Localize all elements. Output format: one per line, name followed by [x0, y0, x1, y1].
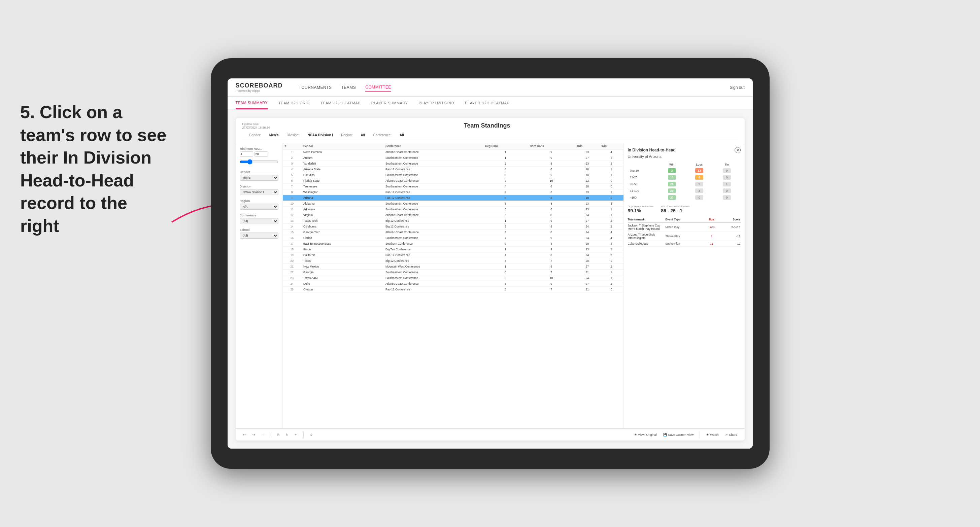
cell-school: East Tennessee State [301, 241, 383, 247]
cell-school: Georgia [301, 270, 383, 275]
table-row[interactable]: 9 Arizona Pac-12 Conference 5 8 10 0 [283, 195, 624, 201]
h2h-loss: 2 [686, 181, 713, 187]
h2h-loss: 13 [686, 167, 713, 174]
table-row[interactable]: 22 Georgia Southeastern Conference 8 7 2… [283, 270, 624, 275]
h2h-school: University of Arizona [628, 154, 741, 159]
h2h-loss: 3 [686, 187, 713, 194]
cell-rds: 23 [575, 206, 599, 212]
view-original-button[interactable]: 👁 View: Original [632, 432, 659, 437]
h2h-loss: 0 [686, 194, 713, 201]
cell-conf-rank: 9 [528, 218, 575, 224]
copy-button[interactable]: ⎘ [275, 432, 281, 437]
h2h-close-button[interactable]: ✕ [735, 147, 741, 153]
conference-label: Conference [240, 214, 278, 217]
redo-button[interactable]: ↪ [250, 432, 257, 437]
undo-button[interactable]: ↩ [241, 432, 248, 437]
cell-school: Georgia Tech [301, 230, 383, 235]
subnav-team-summary[interactable]: TEAM SUMMARY [235, 97, 268, 110]
cell-conf-rank: 6 [528, 172, 575, 178]
table-row[interactable]: 5 Ole Miss Southeastern Conference 3 6 1… [283, 172, 624, 178]
conference-select[interactable]: (All) ACC SEC [240, 218, 278, 224]
card-title: Team Standings [464, 122, 511, 129]
table-row[interactable]: 2 Auburn Southeastern Conference 1 9 27 … [283, 155, 624, 161]
table-row[interactable]: 21 New Mexico Mountain West Conference 1… [283, 264, 624, 270]
cell-conference: Big Ten Conference [383, 247, 483, 252]
cell-conference: Southern Conference [383, 241, 483, 247]
paste-button[interactable]: ⎗ [284, 432, 290, 437]
cell-school: Ole Miss [301, 172, 383, 178]
cell-school: Duke [301, 281, 383, 287]
table-row[interactable]: 1 North Carolina Atlantic Coast Conferen… [283, 149, 624, 155]
school-select[interactable]: (All) [240, 233, 278, 239]
gender-select[interactable]: Men's Women's [240, 175, 278, 181]
table-row[interactable]: 18 Illinois Big Ten Conference 1 9 23 3 [283, 247, 624, 252]
cell-win: 0 [599, 184, 623, 189]
table-row[interactable]: 12 Virginia Atlantic Coast Conference 3 … [283, 212, 624, 218]
subnav-player-summary[interactable]: PLAYER SUMMARY [371, 97, 408, 110]
table-row[interactable]: 8 Washington Pac-12 Conference 2 8 23 1 [283, 189, 624, 195]
cell-school: Tennessee [301, 184, 383, 189]
watch-button[interactable]: 👁 Watch [704, 432, 721, 437]
division-select[interactable]: NCAA Division I NCAA Division II NCAA Di… [240, 189, 278, 195]
cell-school: Texas Tech [301, 218, 383, 224]
col-conference: Conference [383, 143, 483, 149]
min-rounds-max-input[interactable] [255, 151, 268, 157]
table-row[interactable]: 6 Florida State Atlantic Coast Conferenc… [283, 178, 624, 184]
cell-conference: Pac-12 Conference [383, 195, 483, 201]
sub-nav: TEAM SUMMARY TEAM H2H GRID TEAM H2H HEAT… [228, 97, 753, 110]
table-row[interactable]: 16 Florida Southeastern Conference 7 9 2… [283, 235, 624, 241]
table-row[interactable]: 15 Georgia Tech Atlantic Coast Conferenc… [283, 230, 624, 235]
add-button[interactable]: ＋ [292, 432, 299, 438]
table-row[interactable]: 23 Texas A&M Southeastern Conference 9 1… [283, 275, 624, 281]
cell-win: 2 [599, 218, 623, 224]
cell-rank: 25 [283, 287, 301, 292]
share-button[interactable]: ↗ Share [723, 432, 739, 437]
clock-button[interactable]: ⏱ [308, 432, 315, 437]
cell-school: Alabama [301, 201, 383, 206]
table-row[interactable]: 4 Arizona State Pac-12 Conference 4 6 26… [283, 167, 624, 172]
cell-reg-rank: 1 [483, 155, 528, 161]
filter-division-label: Division: [287, 133, 300, 137]
table-row[interactable]: 10 Alabama Southeastern Conference 5 8 2… [283, 201, 624, 206]
min-rounds-input[interactable] [240, 151, 253, 157]
cell-conference: Pac-12 Conference [383, 167, 483, 172]
nav-committee[interactable]: COMMITTEE [365, 83, 391, 92]
t-event: Stroke Play [665, 235, 700, 238]
subnav-team-h2h-grid[interactable]: TEAM H2H GRID [278, 97, 310, 110]
table-row[interactable]: 3 Vanderbilt Southeastern Conference 2 8… [283, 161, 624, 167]
table-row[interactable]: 7 Tennessee Southeastern Conference 4 6 … [283, 184, 624, 189]
table-row[interactable]: 11 Arkansas Southeastern Conference 6 8 … [283, 206, 624, 212]
cell-school: Washington [301, 189, 383, 195]
table-row[interactable]: 25 Oregon Pac-12 Conference 5 7 21 0 [283, 287, 624, 292]
cell-conf-rank: 8 [528, 206, 575, 212]
h2h-col-loss: Loss [686, 162, 713, 167]
table-row[interactable]: 13 Texas Tech Big 12 Conference 1 9 27 2 [283, 218, 624, 224]
nav-tournaments[interactable]: TOURNAMENTS [299, 84, 332, 91]
cell-rds: 21 [575, 287, 599, 292]
cell-conf-rank: 6 [528, 184, 575, 189]
min-rounds-slider[interactable] [240, 158, 278, 165]
table-row[interactable]: 20 Texas Big 12 Conference 3 7 20 0 [283, 258, 624, 264]
table-row[interactable]: 24 Duke Atlantic Coast Conference 5 9 27… [283, 281, 624, 287]
cell-win: 1 [599, 270, 623, 275]
table-row[interactable]: 17 East Tennessee State Southern Confere… [283, 241, 624, 247]
cell-conference: Pac-12 Conference [383, 189, 483, 195]
subnav-player-h2h-grid[interactable]: PLAYER H2H GRID [419, 97, 455, 110]
dashboard-card: Update time: 27/03/2024 16:56:26 Team St… [235, 118, 745, 441]
cell-reg-rank: 3 [483, 172, 528, 178]
table-row[interactable]: 19 California Pac-12 Conference 4 8 24 2 [283, 252, 624, 258]
subnav-team-h2h-heatmap[interactable]: TEAM H2H HEATMAP [320, 97, 361, 110]
cell-reg-rank: 1 [483, 247, 528, 252]
save-custom-button[interactable]: 💾 Save Custom View [661, 432, 695, 437]
table-row[interactable]: 14 Oklahoma Big 12 Conference 5 8 24 2 [283, 224, 624, 230]
cell-conf-rank: 9 [528, 235, 575, 241]
region-select[interactable]: N/A All [240, 203, 278, 210]
cell-rds: 23 [575, 149, 599, 155]
cell-conf-rank: 9 [528, 155, 575, 161]
subnav-player-h2h-heatmap[interactable]: PLAYER H2H HEATMAP [465, 97, 509, 110]
forward-button[interactable]: → [260, 432, 267, 437]
cell-rds: 26 [575, 167, 599, 172]
h2h-col-range [628, 162, 659, 167]
sign-out-button[interactable]: Sign out [730, 85, 745, 90]
nav-teams[interactable]: TEAMS [341, 84, 356, 91]
